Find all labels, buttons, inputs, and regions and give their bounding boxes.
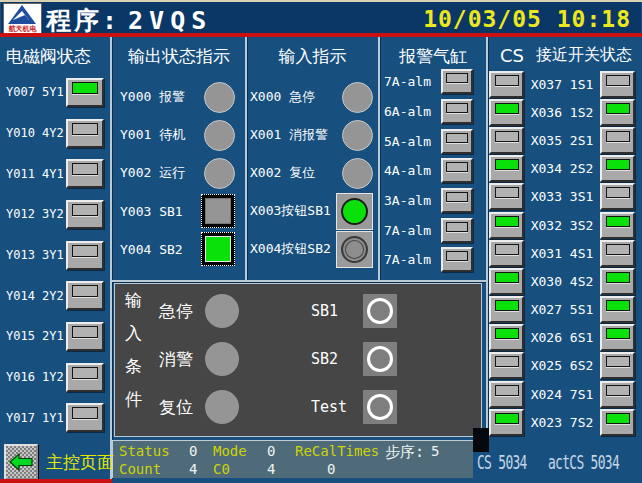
count-label: Count <box>119 461 161 477</box>
input-condition-panel: 输入条件 急停消警复位SB1SB2Test <box>114 283 482 437</box>
alarm-indicator-4 <box>441 188 473 213</box>
lamp-off <box>72 245 98 257</box>
cs-indicator-x030 <box>489 268 524 295</box>
cs-indicator-x026 <box>489 324 524 351</box>
cs-indicator-x031 <box>489 240 524 267</box>
cs-counter: CS 5034 <box>477 451 527 473</box>
lamp-off <box>446 162 468 172</box>
main-page-button[interactable]: 主控页面 <box>4 444 114 480</box>
alarm-indicator-5 <box>441 218 473 243</box>
input-row: X000 急停 <box>247 78 378 116</box>
valve-indicator-y016 <box>66 363 104 392</box>
red-divider-bottom <box>0 479 112 483</box>
output-row: Y000 报警 <box>113 78 245 116</box>
alarm-row: 7A-alm <box>380 215 486 245</box>
lamp-on <box>606 272 630 283</box>
input-row: X004按钮SB2 <box>247 230 378 268</box>
cs-indicator-x035 <box>489 127 524 154</box>
lamp-off <box>72 326 98 338</box>
alarm-row: 5A-alm <box>380 126 486 156</box>
proximity-indicator-x026 <box>600 324 635 351</box>
lamp-on <box>495 328 519 339</box>
alarm-cylinder-list: 7A-alm6A-alm5A-alm4A-alm3A-alm7A-alm7A-a… <box>380 67 486 275</box>
cs-indicator-x033 <box>489 183 524 210</box>
lamp-on <box>495 300 519 311</box>
lamp-off <box>446 222 468 232</box>
output-lamp-y003 <box>201 194 235 228</box>
lamp-on <box>495 216 519 227</box>
valve-row: Y014 2Y2 <box>0 275 110 316</box>
program-value: 2VQS <box>128 6 212 35</box>
output-label: Y003 SB1 <box>120 204 201 219</box>
input-condition-title: 输入条件 <box>125 291 142 409</box>
lamp-on <box>606 159 630 170</box>
lamp-off <box>72 285 98 297</box>
proximity-row: X036 1S2 <box>487 98 640 126</box>
input-lamp-x003 <box>336 193 373 230</box>
input-label: X001 消报警 <box>250 126 342 144</box>
valve-row: Y017 1Y1 <box>0 398 110 439</box>
proximity-row: X032 3S2 <box>487 211 640 239</box>
output-panel-title: 输出状态指示 <box>113 45 245 68</box>
valve-label: Y013 3Y1 <box>6 248 66 262</box>
valve-indicator-y012 <box>66 200 104 229</box>
valve-indicator-y011 <box>66 159 104 188</box>
lamp-on <box>606 328 630 339</box>
input-lamp-x001 <box>342 120 373 151</box>
lamp-off <box>495 75 519 86</box>
logo-triangle-icon <box>6 5 39 26</box>
valve-indicator-y014 <box>66 281 104 310</box>
alarm-label: 6A-alm <box>384 104 441 119</box>
cs-indicator-x037 <box>489 71 524 98</box>
output-lamp-y002 <box>204 158 235 189</box>
output-row: Y004 SB2 <box>113 230 245 268</box>
condition-lamp-1 <box>205 342 239 376</box>
output-label: Y004 SB2 <box>120 242 201 257</box>
input-lamp-x002 <box>342 158 373 189</box>
input-status-list: X000 急停X001 消报警X002 复位X003按钮SB1X004按钮SB2 <box>247 78 378 268</box>
alarm-row: 3A-alm <box>380 186 486 216</box>
proximity-label: X032 3S2 <box>531 218 594 233</box>
lamp-off <box>446 251 468 261</box>
proximity-label: X026 6S1 <box>531 330 594 345</box>
proximity-row: X026 6S1 <box>487 324 640 352</box>
valve-row: Y013 3Y1 <box>0 235 110 276</box>
valve-label: Y016 1Y2 <box>6 370 66 384</box>
output-lamp-y004 <box>201 232 235 266</box>
proximity-label: X027 5S1 <box>531 302 594 317</box>
valve-status-list: Y007 5Y1Y010 4Y2Y011 4Y1Y012 3Y2Y013 3Y1… <box>0 72 110 438</box>
proximity-indicator-x025 <box>600 352 635 379</box>
input-label: X000 急停 <box>250 88 342 106</box>
proximity-indicator-x035 <box>600 127 635 154</box>
output-row: Y002 运行 <box>113 154 245 192</box>
lamp-circle <box>341 198 368 225</box>
lamp-off <box>495 244 519 255</box>
lamp-off <box>495 385 519 396</box>
status-label: Status <box>119 443 170 459</box>
valve-label: Y015 2Y1 <box>6 329 66 343</box>
lamp-off <box>446 73 468 83</box>
alarm-indicator-6 <box>441 247 473 272</box>
output-row: Y001 待机 <box>113 116 245 154</box>
output-row: Y003 SB1 <box>113 192 245 230</box>
alarm-indicator-0 <box>441 69 473 94</box>
condition-title-char: 入 <box>125 324 142 343</box>
lamp-fill <box>205 236 231 262</box>
alarm-label: 5A-alm <box>384 134 441 149</box>
cs-indicator-x024 <box>489 381 524 408</box>
proximity-row: X037 1S1 <box>487 70 640 98</box>
c0-value: 4 <box>267 461 275 477</box>
alarm-row: 4A-alm <box>380 156 486 186</box>
proximity-label: X034 2S2 <box>531 161 594 176</box>
alarm-indicator-3 <box>441 158 473 183</box>
lamp-on <box>606 413 630 424</box>
lamp-fill <box>205 198 231 224</box>
lamp-on <box>495 103 519 114</box>
status-bar: Status 0 Mode 0 ReCalTimes 步序: 5 Count 4… <box>112 440 473 478</box>
valve-row: Y015 2Y1 <box>0 316 110 357</box>
lamp-off <box>446 192 468 202</box>
condition-label: SB2 <box>311 350 363 368</box>
valve-row: Y010 4Y2 <box>0 113 110 154</box>
lamp-on <box>606 103 630 114</box>
count-value: 4 <box>189 461 197 477</box>
